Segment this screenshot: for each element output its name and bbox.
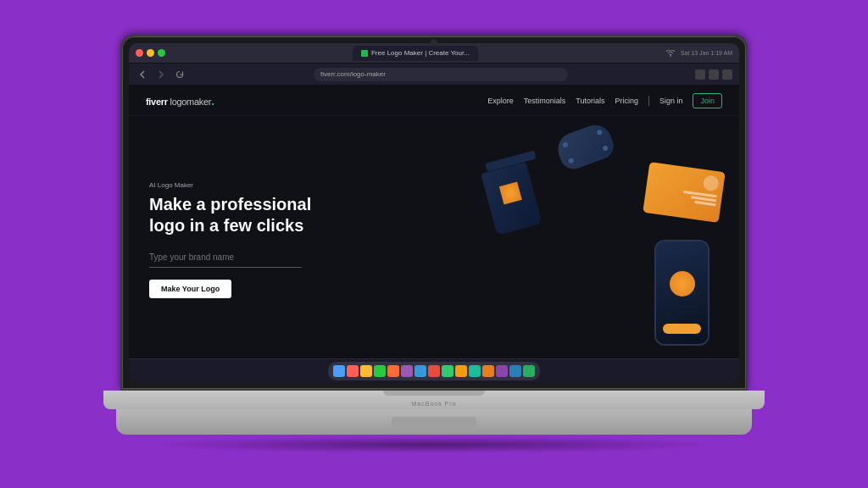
ai-label: AI Logo Maker <box>149 181 448 189</box>
nav-testimonials[interactable]: Testimonials <box>524 97 566 105</box>
dock-icon-14[interactable] <box>509 365 521 377</box>
address-actions <box>695 69 732 80</box>
macos-dock <box>129 358 739 382</box>
dock-bar <box>328 362 540 380</box>
macbook-label: MacBook Pro <box>411 401 456 407</box>
trackpad[interactable] <box>392 417 476 432</box>
title-bar-right: Sat 13 Jan 1:19 AM <box>665 50 732 57</box>
keyboard-body <box>116 409 752 435</box>
macbook-wrapper: Free Logo Maker | Create Your... Sat 13 … <box>103 35 765 453</box>
tab-title: Free Logo Maker | Create Your... <box>371 49 470 57</box>
window-controls <box>136 49 165 57</box>
website-content: fiverr logomaker. Explore Testimonials T… <box>129 86 739 382</box>
cup-body <box>481 162 542 236</box>
extensions-icon <box>695 69 705 80</box>
gamepad-btn-2 <box>596 129 603 136</box>
minimize-button[interactable] <box>147 49 154 57</box>
make-logo-button[interactable]: Make Your Logo <box>149 280 231 298</box>
gamepad-btn-3 <box>568 158 575 164</box>
gamepad-btn-4 <box>602 145 609 152</box>
nav-join-button[interactable]: Join <box>693 93 722 108</box>
site-hero: AI Logo Maker Make a professional logo i… <box>129 116 739 358</box>
close-button[interactable] <box>136 49 143 57</box>
dock-icon-8[interactable] <box>428 365 440 377</box>
site-nav-right: Explore Testimonials Tutorials Pricing S… <box>487 93 722 108</box>
gamepad-body <box>554 120 617 173</box>
phone-body <box>654 240 709 346</box>
forward-button[interactable] <box>154 68 168 81</box>
dock-icon-12[interactable] <box>482 365 494 377</box>
logo-maker-text: logo <box>170 97 186 107</box>
dock-icon-9[interactable] <box>442 365 453 377</box>
gamepad-object <box>558 129 617 171</box>
cup-object <box>481 158 541 235</box>
site-logo: fiverr logomaker. <box>146 94 214 108</box>
nav-signin[interactable]: Sign in <box>659 97 683 105</box>
logo-maker-text2: maker. <box>186 97 214 107</box>
card-text <box>682 191 716 206</box>
back-button[interactable] <box>136 68 149 81</box>
dock-icon-13[interactable] <box>496 365 508 377</box>
dock-icon-6[interactable] <box>401 365 413 377</box>
wifi-icon <box>665 50 676 57</box>
nav-explore[interactable]: Explore <box>487 97 514 105</box>
profile-icon <box>709 69 719 80</box>
hero-headline-line1: Make a professional <box>149 195 311 214</box>
refresh-button[interactable] <box>173 68 186 81</box>
card-logo <box>703 175 720 191</box>
maximize-button[interactable] <box>158 49 165 57</box>
macbook-shadow <box>146 436 722 453</box>
site-nav: fiverr logomaker. Explore Testimonials T… <box>129 86 739 116</box>
dock-icon-1[interactable] <box>333 365 345 377</box>
hero-headline: Make a professional logo in a few clicks <box>149 194 448 236</box>
cup-mascot <box>498 182 521 205</box>
tab-bar: Free Logo Maker | Create Your... <box>169 46 662 61</box>
logo-fiverr: fiverr <box>146 97 170 107</box>
dock-icon-11[interactable] <box>469 365 481 377</box>
dock-icon-3[interactable] <box>360 365 372 377</box>
brand-name-input[interactable] <box>149 252 302 262</box>
macbook-base: MacBook Pro <box>103 391 765 409</box>
phone-cta-bar <box>663 324 701 334</box>
brand-input-wrapper[interactable] <box>149 248 302 268</box>
hero-headline-line2: logo in a few clicks <box>149 216 303 235</box>
menu-icon <box>722 69 732 80</box>
dock-icon-4[interactable] <box>374 365 386 377</box>
url-display: fiverr.com/logo-maker <box>320 70 386 78</box>
active-tab[interactable]: Free Logo Maker | Create Your... <box>353 46 478 61</box>
dock-icon-5[interactable] <box>387 365 399 377</box>
business-card-object <box>643 162 725 223</box>
dock-icon-7[interactable] <box>415 365 426 377</box>
phone-object <box>654 240 714 350</box>
hero-right <box>465 116 739 358</box>
phone-mascot <box>670 271 695 297</box>
phone-screen <box>656 241 708 344</box>
nav-tutorials[interactable]: Tutorials <box>576 97 604 105</box>
hero-left: AI Logo Maker Make a professional logo i… <box>129 116 465 358</box>
nav-divider <box>648 96 649 106</box>
time-display: Sat 13 Jan 1:19 AM <box>681 50 732 56</box>
title-bar: Free Logo Maker | Create Your... Sat 13 … <box>129 43 739 64</box>
address-bar-row: fiverr.com/logo-maker <box>129 64 739 86</box>
dock-icon-2[interactable] <box>347 365 359 377</box>
dock-icon-15[interactable] <box>523 365 535 377</box>
object-container <box>465 116 739 358</box>
dock-icon-10[interactable] <box>455 365 467 377</box>
screen-lid: Free Logo Maker | Create Your... Sat 13 … <box>120 35 748 391</box>
tab-favicon <box>361 50 368 57</box>
nav-pricing[interactable]: Pricing <box>615 97 638 105</box>
browser-window: Free Logo Maker | Create Your... Sat 13 … <box>129 43 739 382</box>
gamepad-btn-1 <box>562 141 569 148</box>
address-input[interactable]: fiverr.com/logo-maker <box>314 68 568 81</box>
